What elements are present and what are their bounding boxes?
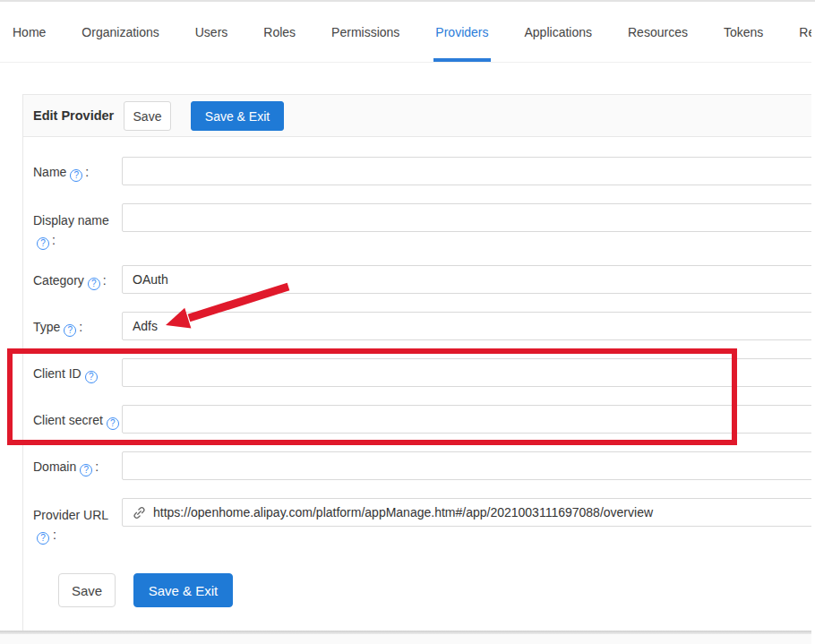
nav-item-providers[interactable]: Providers (435, 2, 488, 62)
nav-item-users[interactable]: Users (195, 2, 228, 62)
help-icon[interactable]: ? (37, 532, 49, 545)
edit-provider-card: Edit Provider Save Save & Exit Name?: Di… (22, 94, 815, 631)
card-header: Edit Provider Save Save & Exit (23, 95, 815, 137)
nav-item-permissions[interactable]: Permissions (331, 2, 399, 62)
domain-label: Domain?: (33, 457, 123, 477)
category-input[interactable] (122, 265, 815, 294)
help-icon[interactable]: ? (64, 324, 76, 337)
help-icon[interactable]: ? (37, 237, 49, 250)
name-label: Name?: (33, 162, 123, 182)
type-input[interactable] (122, 312, 815, 340)
nav-item-home[interactable]: Home (13, 2, 46, 62)
help-icon[interactable]: ? (80, 464, 92, 477)
nav-item-resources[interactable]: Resources (628, 2, 688, 62)
type-label: Type?: (33, 317, 123, 337)
nav-item-tokens[interactable]: Tokens (724, 2, 763, 62)
save-and-exit-button[interactable]: Save & Exit (191, 101, 284, 131)
help-icon[interactable]: ? (107, 417, 119, 430)
page-title: Edit Provider (33, 108, 114, 123)
display-name-label: Display name ?: (33, 210, 116, 250)
help-icon[interactable]: ? (70, 169, 82, 182)
name-input[interactable] (122, 157, 815, 185)
help-icon[interactable]: ? (88, 278, 100, 290)
main-nav: Home Organizations Users Roles Permissio… (0, 2, 815, 63)
help-icon[interactable]: ? (85, 371, 98, 383)
save-button[interactable]: Save (124, 101, 171, 131)
nav-item-roles[interactable]: Roles (263, 2, 296, 62)
save-button-bottom[interactable]: Save (58, 573, 116, 607)
client-secret-input[interactable] (122, 405, 815, 434)
provider-url-label: Provider URL ? : (33, 505, 125, 545)
page-background-bottom (0, 634, 815, 644)
nav-item-organizations[interactable]: Organizations (82, 2, 159, 62)
link-icon (133, 506, 146, 519)
domain-input[interactable] (122, 451, 815, 480)
client-id-label: Client ID? (33, 364, 123, 383)
category-label: Category?: (33, 270, 123, 290)
provider-url-input[interactable]: https://openhome.alipay.com/platform/app… (122, 498, 815, 527)
client-secret-label: Client secret? (33, 410, 123, 430)
scrollbar-track[interactable] (811, 4, 815, 644)
save-and-exit-button-bottom[interactable]: Save & Exit (133, 573, 233, 607)
nav-item-applications[interactable]: Applications (525, 2, 593, 62)
provider-url-value: https://openhome.alipay.com/platform/app… (153, 505, 653, 519)
client-id-input[interactable] (122, 358, 815, 387)
display-name-input[interactable] (122, 203, 815, 232)
